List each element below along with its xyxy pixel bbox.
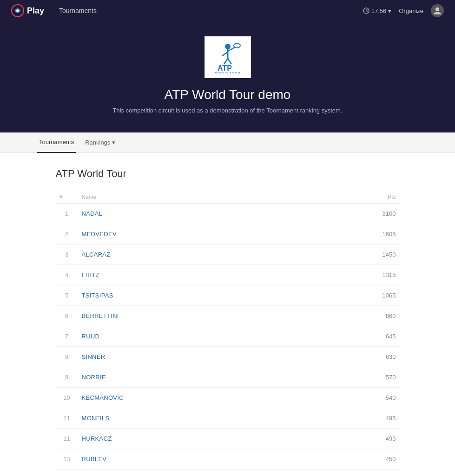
svg-line-11 [234, 47, 235, 47]
cell-pts: 1315 [317, 265, 400, 285]
cell-name[interactable]: SINNER [78, 347, 317, 367]
clock-icon [363, 7, 369, 14]
table-row: 10KECMANOVIC540 [56, 388, 400, 408]
cell-pts: 1065 [317, 285, 400, 306]
cell-pts: 1605 [317, 224, 400, 245]
table-row: 5TSITSIPAS1065 [56, 285, 400, 306]
col-pts: Pts [317, 191, 400, 204]
cell-pts: 570 [317, 367, 400, 388]
cell-name[interactable]: MEDVEDEV [78, 224, 317, 245]
cell-rank: 8 [56, 347, 78, 367]
svg-line-12 [224, 59, 228, 64]
cell-rank: 7 [56, 326, 78, 347]
cell-rank: 9 [56, 367, 78, 388]
subnav-tournaments-link[interactable]: Tournaments [37, 132, 76, 153]
account-icon [433, 6, 442, 15]
hero-subtitle: This competition circuit is used as a de… [113, 107, 343, 114]
organize-button[interactable]: Organize [399, 7, 423, 14]
cell-pts: 860 [317, 306, 400, 326]
hero-section: ATP WORLD TOUR ATP World Tour demo This … [0, 21, 455, 132]
table-row: 3ALCARAZ1450 [56, 245, 400, 265]
table-row: 1NADAL3100 [56, 204, 400, 224]
table-row: 6BERRETTINI860 [56, 306, 400, 326]
col-rank: # [56, 191, 78, 204]
table-row: 13RUBLEV450 [56, 449, 400, 469]
subnav-rankings-dropdown[interactable]: Rankings ▾ [85, 139, 115, 146]
table-row: 9NORRIE570 [56, 367, 400, 388]
time-display: 17:56 ▾ [363, 7, 392, 14]
cell-name[interactable]: RUBLEV [78, 449, 317, 469]
svg-line-13 [228, 59, 231, 64]
section-title: ATP World Tour [56, 168, 400, 180]
svg-text:ATP: ATP [218, 64, 232, 72]
cell-rank: 10 [56, 388, 78, 408]
cell-pts: 645 [317, 326, 400, 347]
cell-name[interactable]: FRITZ [78, 265, 317, 285]
brand-link[interactable]: Play [11, 4, 44, 17]
atp-logo-svg: ATP WORLD TOUR [209, 41, 246, 73]
cell-rank: 2 [56, 224, 78, 245]
cell-name[interactable]: HURKACZ [78, 429, 317, 449]
cell-name[interactable]: SHAPOVALOV [78, 469, 317, 476]
cell-rank: 6 [56, 306, 78, 326]
hero-title: ATP World Tour demo [165, 87, 291, 102]
cell-rank: 3 [56, 245, 78, 265]
cell-pts: 540 [317, 388, 400, 408]
subnav: Tournaments Rankings ▾ [0, 132, 455, 153]
cell-rank: 1 [56, 204, 78, 224]
table-row: 11HURKACZ495 [56, 429, 400, 449]
cell-pts: 450 [317, 449, 400, 469]
brand-label: Play [27, 6, 44, 16]
cell-rank: 13 [56, 449, 78, 469]
cell-name[interactable]: MONFILS [78, 408, 317, 429]
cell-name[interactable]: KECMANOVIC [78, 388, 317, 408]
cell-pts: 1450 [317, 245, 400, 265]
svg-point-5 [435, 7, 439, 11]
cell-name[interactable]: BERRETTINI [78, 306, 317, 326]
table-header-row: # Name Pts [56, 191, 400, 204]
cell-rank: 5 [56, 285, 78, 306]
navbar: Play Tournaments 17:56 ▾ Organize [0, 0, 455, 21]
chevron-down-icon: ▾ [112, 139, 115, 146]
cell-pts: 405 [317, 469, 400, 476]
cell-name[interactable]: NADAL [78, 204, 317, 224]
main-content: ATP World Tour # Name Pts 1NADAL31002MED… [19, 153, 437, 476]
cell-name[interactable]: NORRIE [78, 367, 317, 388]
svg-text:WORLD TOUR: WORLD TOUR [214, 72, 241, 73]
table-row: 2MEDVEDEV1605 [56, 224, 400, 245]
cell-name[interactable]: ALCARAZ [78, 245, 317, 265]
rankings-table: # Name Pts 1NADAL31002MEDVEDEV16053ALCAR… [56, 191, 400, 476]
cell-name[interactable]: TSITSIPAS [78, 285, 317, 306]
brand-icon [11, 4, 24, 17]
user-avatar[interactable] [431, 4, 444, 17]
table-row: 11MONFILS495 [56, 408, 400, 429]
svg-line-4 [366, 11, 368, 12]
navbar-right: 17:56 ▾ Organize [363, 4, 444, 17]
cell-pts: 495 [317, 408, 400, 429]
nav-tournaments-link[interactable]: Tournaments [55, 7, 100, 14]
cell-pts: 495 [317, 429, 400, 449]
cell-rank: 11 [56, 408, 78, 429]
cell-rank: 4 [56, 265, 78, 285]
cell-pts: 630 [317, 347, 400, 367]
table-row: 14SHAPOVALOV405 [56, 469, 400, 476]
table-row: 8SINNER630 [56, 347, 400, 367]
svg-point-6 [225, 44, 231, 49]
svg-line-8 [222, 52, 228, 56]
cell-name[interactable]: RUUD [78, 326, 317, 347]
table-row: 4FRITZ1315 [56, 265, 400, 285]
table-row: 7RUUD645 [56, 326, 400, 347]
hero-logo: ATP WORLD TOUR [204, 36, 251, 78]
cell-pts: 3100 [317, 204, 400, 224]
cell-rank: 14 [56, 469, 78, 476]
col-name: Name [78, 191, 317, 204]
svg-point-1 [16, 9, 19, 12]
cell-rank: 11 [56, 429, 78, 449]
